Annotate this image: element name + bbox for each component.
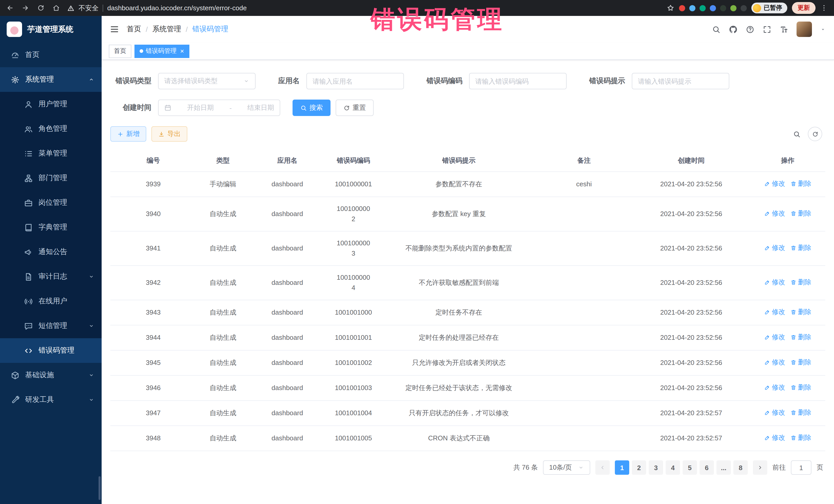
add-button[interactable]: 新增 xyxy=(110,126,146,141)
delete-button[interactable]: 删除 xyxy=(790,332,811,342)
record-extension-icon[interactable] xyxy=(679,5,685,11)
blue-drop-extension-icon[interactable] xyxy=(689,5,696,11)
fullscreen-icon[interactable] xyxy=(763,25,771,34)
cell-remark xyxy=(536,325,632,350)
green-check-extension-icon[interactable] xyxy=(700,5,706,11)
page-button-1[interactable]: 1 xyxy=(615,460,629,475)
cell-time: 2021-04-20 23:52:56 xyxy=(632,300,750,325)
github-icon[interactable] xyxy=(729,25,738,34)
breadcrumb-system[interactable]: 系统管理 xyxy=(152,25,181,34)
page-size-select[interactable]: 10条/页 xyxy=(543,460,590,475)
page-button-5[interactable]: 5 xyxy=(683,460,697,475)
delete-button[interactable]: 删除 xyxy=(790,179,811,189)
delete-button[interactable]: 删除 xyxy=(790,357,811,368)
delete-button[interactable]: 删除 xyxy=(790,382,811,393)
tab-error-code[interactable]: 错误码管理 × xyxy=(134,44,189,58)
sidebar-item-label: 在线用户 xyxy=(39,297,67,306)
edit-button[interactable]: 修改 xyxy=(764,433,785,443)
edit-button[interactable]: 修改 xyxy=(764,382,785,393)
sidebar-item-log[interactable]: 审计日志 xyxy=(0,264,102,289)
cell-actions: 修改删除 xyxy=(750,172,825,197)
edit-button[interactable]: 修改 xyxy=(764,332,785,342)
leaf-extension-icon[interactable] xyxy=(730,5,737,11)
page-button-4[interactable]: 4 xyxy=(666,460,680,475)
goto-page-input[interactable] xyxy=(791,460,811,475)
edit-button[interactable]: 修改 xyxy=(764,209,785,219)
reset-button[interactable]: 重置 xyxy=(336,100,374,116)
caret-down-icon[interactable] xyxy=(820,26,826,32)
sidebar-item-book[interactable]: 字典管理 xyxy=(0,215,102,240)
grid-extension-icon[interactable] xyxy=(710,5,716,11)
sidebar-item-code[interactable]: 错误码管理 xyxy=(0,338,102,363)
export-button[interactable]: 导出 xyxy=(151,126,187,141)
sidebar-scrollbar[interactable] xyxy=(98,476,101,500)
page-button-8[interactable]: 8 xyxy=(733,460,748,475)
pin-extension-icon[interactable] xyxy=(741,5,747,11)
update-button[interactable]: 更新 xyxy=(792,2,815,14)
sidebar-item-sms[interactable]: 短信管理 xyxy=(0,313,102,338)
more-pages-button[interactable]: ... xyxy=(717,460,731,475)
edit-button[interactable]: 修改 xyxy=(764,243,785,253)
delete-button[interactable]: 删除 xyxy=(790,209,811,219)
prev-page-button[interactable] xyxy=(595,460,610,475)
error-code-input[interactable] xyxy=(475,77,561,85)
edit-button[interactable]: 修改 xyxy=(764,307,785,317)
date-range-picker[interactable]: 开始日期 - 结束日期 xyxy=(158,100,280,116)
table-tools xyxy=(793,127,825,141)
tab-home[interactable]: 首页 xyxy=(109,44,131,58)
edit-button[interactable]: 修改 xyxy=(764,179,785,189)
sidebar-item-user[interactable]: 用户管理 xyxy=(0,92,102,116)
delete-button[interactable]: 删除 xyxy=(790,243,811,253)
delete-button[interactable]: 删除 xyxy=(790,408,811,418)
font-size-icon[interactable] xyxy=(780,25,788,34)
bookmark-star-icon[interactable] xyxy=(667,4,674,12)
sidebar-item-menu-list[interactable]: 菜单管理 xyxy=(0,141,102,166)
address-bar[interactable]: 不安全 dashboard.yudao.iocoder.cn/system/er… xyxy=(67,3,659,13)
sidebar-item-briefcase[interactable]: 岗位管理 xyxy=(0,191,102,215)
delete-button[interactable]: 删除 xyxy=(790,433,811,443)
reload-icon[interactable] xyxy=(37,4,45,12)
question-icon[interactable] xyxy=(746,25,754,34)
breadcrumb-home[interactable]: 首页 xyxy=(127,25,141,34)
page-button-3[interactable]: 3 xyxy=(649,460,663,475)
hamburger-icon[interactable] xyxy=(110,25,119,34)
toggle-search-icon[interactable] xyxy=(793,130,800,138)
sidebar-item-org[interactable]: 部门管理 xyxy=(0,166,102,191)
next-page-button[interactable] xyxy=(753,460,767,475)
edit-button[interactable]: 修改 xyxy=(764,277,785,287)
sidebar-item-online[interactable]: 在线用户 xyxy=(0,289,102,313)
close-icon[interactable]: × xyxy=(180,48,184,54)
app-name-input[interactable] xyxy=(312,77,398,85)
page-button-6[interactable]: 6 xyxy=(700,460,714,475)
edit-button[interactable]: 修改 xyxy=(764,408,785,418)
table-row: 3939手动编辑dashboard1001000001参数配置不存在ceshi2… xyxy=(110,172,825,197)
dark-on-extension-icon[interactable] xyxy=(720,5,726,11)
op-label: 修改 xyxy=(772,357,785,368)
sidebar-item-users[interactable]: 角色管理 xyxy=(0,116,102,141)
sidebar-item-label: 错误码管理 xyxy=(39,346,74,355)
table-row: 3945自动生成dashboard1001001002只允许修改为开启或者关闭状… xyxy=(110,350,825,375)
tools-icon xyxy=(11,395,20,404)
refresh-table-button[interactable] xyxy=(808,127,822,141)
search-icon[interactable] xyxy=(712,25,721,34)
forward-icon[interactable] xyxy=(22,4,29,12)
page-button-2[interactable]: 2 xyxy=(632,460,646,475)
sidebar-item-gear[interactable]: 系统管理 xyxy=(0,67,102,92)
profile-chip[interactable]: 已暂停 xyxy=(751,3,787,13)
sidebar-item-infra[interactable]: 基础设施 xyxy=(0,363,102,388)
sidebar-item-tools[interactable]: 研发工具 xyxy=(0,388,102,412)
kebab-menu-icon[interactable] xyxy=(820,4,828,12)
sidebar-item-megaphone[interactable]: 通知公告 xyxy=(0,240,102,264)
back-icon[interactable] xyxy=(6,4,14,12)
delete-button[interactable]: 删除 xyxy=(790,277,811,287)
home-icon[interactable] xyxy=(52,4,60,12)
error-type-select[interactable]: 请选择错误码类型 xyxy=(158,73,256,89)
edit-button[interactable]: 修改 xyxy=(764,357,785,368)
delete-button[interactable]: 删除 xyxy=(790,307,811,317)
search-button[interactable]: 搜索 xyxy=(292,100,331,116)
user-avatar[interactable] xyxy=(796,22,812,37)
edit-icon xyxy=(764,181,770,187)
table-row: 3943自动生成dashboard1001001000定时任务不存在2021-0… xyxy=(110,300,825,325)
sidebar-item-dashboard[interactable]: 首页 xyxy=(0,43,102,67)
error-hint-input[interactable] xyxy=(638,77,723,85)
